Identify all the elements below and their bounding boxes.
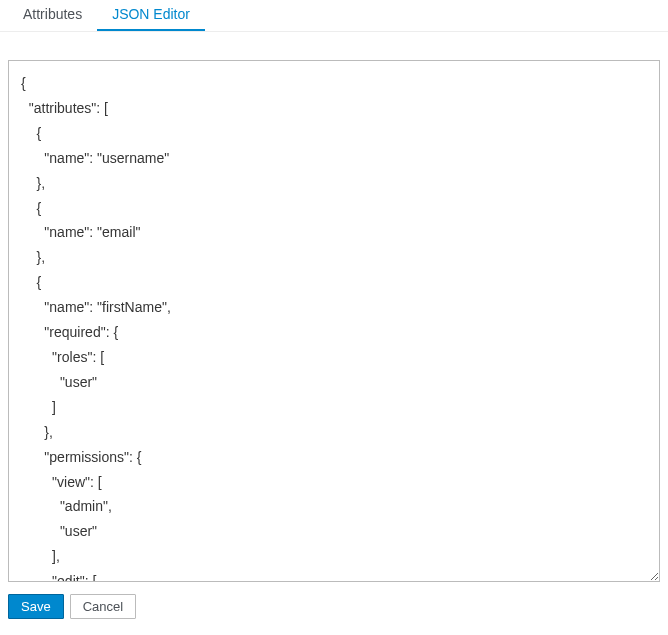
tab-json-editor[interactable]: JSON Editor: [97, 0, 205, 31]
save-button[interactable]: Save: [8, 594, 64, 619]
tab-attributes[interactable]: Attributes: [8, 0, 97, 31]
editor-wrapper: [8, 60, 660, 582]
json-editor-textarea[interactable]: [9, 61, 659, 581]
tab-bar: Attributes JSON Editor: [0, 0, 668, 32]
cancel-button[interactable]: Cancel: [70, 594, 136, 619]
button-row: Save Cancel: [8, 594, 660, 619]
content-area: Save Cancel: [0, 32, 668, 627]
